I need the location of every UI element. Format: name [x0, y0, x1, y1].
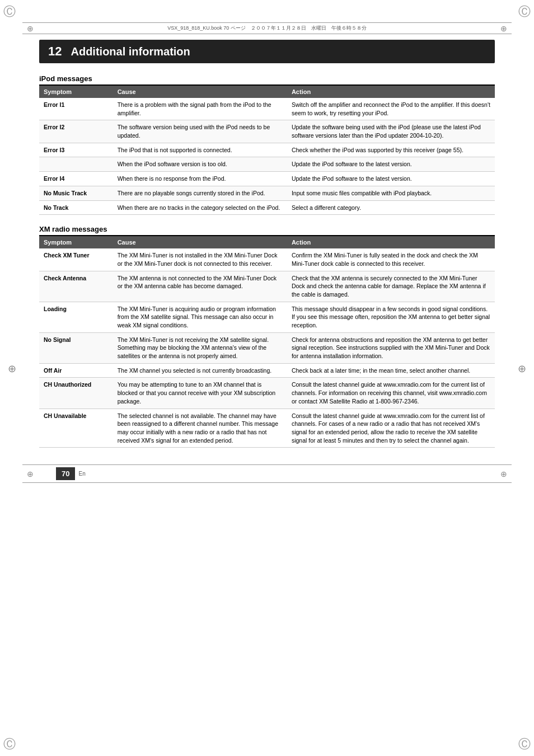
cause-cell: The XM Mini-Tuner is not receiving the X… [113, 332, 287, 363]
ipod-messages-table: Symptom Cause Action Error I1 There is a… [39, 86, 495, 215]
symptom-cell: No Music Track [39, 186, 113, 200]
action-cell: Select a different category. [287, 200, 495, 215]
action-cell: Check that the XM antenna is securely co… [287, 271, 495, 302]
table-row: Check XM Tuner The XM Mini-Tuner is not … [39, 248, 495, 271]
cause-cell: The XM antenna is not connected to the X… [113, 271, 287, 302]
table-row: Error I2 The software version being used… [39, 120, 495, 143]
ipod-col-symptom: Symptom [39, 86, 113, 98]
table-row: Off Air The XM channel you selected is n… [39, 363, 495, 378]
symptom-cell: Error I1 [39, 98, 113, 120]
ipod-col-cause: Cause [113, 86, 287, 98]
file-info-bar: VSX_918_818_KU.book 70 ページ ２００７年１１月２８日 水… [22, 22, 512, 34]
table-row: CH Unauthorized You may be attempting to… [39, 378, 495, 408]
symptom-cell: Check Antenna [39, 271, 113, 302]
symptom-cell: No Track [39, 200, 113, 215]
table-row: Loading The XM Mini-Tuner is acquiring a… [39, 302, 495, 332]
xm-col-cause: Cause [113, 236, 287, 248]
action-cell: Consult the latest channel guide at www.… [287, 408, 495, 448]
symptom-cell: Loading [39, 302, 113, 332]
corner-decoration-tl: Ⓒ [3, 3, 16, 20]
table-row: Error I1 There is a problem with the sig… [39, 98, 495, 120]
table-row: No Signal The XM Mini-Tuner is not recei… [39, 332, 495, 363]
bottom-bar: 70 En [22, 464, 512, 483]
action-cell: Switch off the amplifier and reconnect t… [287, 98, 495, 120]
page-lang: En [78, 471, 85, 477]
symptom-cell: Check XM Tuner [39, 248, 113, 271]
action-cell: This message should disappear in a few s… [287, 302, 495, 332]
cause-cell: The selected channel is not available. T… [113, 408, 287, 448]
action-cell: Input some music files compatible with i… [287, 186, 495, 200]
action-cell: Consult the latest channel guide at www.… [287, 378, 495, 408]
cause-cell: When there is no response from the iPod. [113, 172, 287, 186]
cause-cell: The XM Mini-Tuner is acquiring audio or … [113, 302, 287, 332]
chapter-title: Additional information [71, 45, 190, 58]
table-row: Error I4 When there is no response from … [39, 172, 495, 186]
xm-messages-table: Symptom Cause Action Check XM Tuner The … [39, 236, 495, 448]
action-cell: Check whether the iPod was supported by … [287, 143, 495, 157]
ipod-section-header: iPod messages [39, 74, 495, 86]
symptom-cell: Error I2 [39, 120, 113, 143]
corner-decoration-bl: Ⓒ [3, 736, 16, 753]
table-row: No Track When there are no tracks in the… [39, 200, 495, 215]
symptom-cell: No Signal [39, 332, 113, 363]
corner-decoration-br: Ⓒ [518, 736, 531, 753]
xm-col-action: Action [287, 236, 495, 248]
xm-section-header: XM radio messages [39, 225, 495, 236]
action-cell: Check for antenna obstructions and repos… [287, 332, 495, 363]
action-cell: Check back at a later time; in the mean … [287, 363, 495, 378]
left-registration-mark: ⊕ [8, 363, 16, 375]
cause-cell: The XM Mini-Tuner is not installed in th… [113, 248, 287, 271]
cause-cell: The XM channel you selected is not curre… [113, 363, 287, 378]
xm-col-symptom: Symptom [39, 236, 113, 248]
action-cell: Confirm the XM Mini-Tuner is fully seate… [287, 248, 495, 271]
symptom-cell: Error I3 [39, 143, 113, 157]
table-row: Check Antenna The XM antenna is not conn… [39, 271, 495, 302]
chapter-number: 12 [48, 44, 62, 59]
table-row: When the iPod software version is too ol… [39, 157, 495, 172]
symptom-cell: CH Unauthorized [39, 378, 113, 408]
cause-cell: When there are no tracks in the category… [113, 200, 287, 215]
table-row: CH Unavailable The selected channel is n… [39, 408, 495, 448]
main-content: 12 Additional information iPod messages … [28, 34, 506, 453]
action-cell: Update the iPod software to the latest v… [287, 172, 495, 186]
table-row: Error I3 The iPod that is not supported … [39, 143, 495, 157]
page-number: 70 [56, 467, 75, 480]
symptom-cell: CH Unavailable [39, 408, 113, 448]
table-row: No Music Track There are no playable son… [39, 186, 495, 200]
cause-cell: When the iPod software version is too ol… [113, 157, 287, 172]
cause-cell: The iPod that is not supported is connec… [113, 143, 287, 157]
symptom-cell: Off Air [39, 363, 113, 378]
ipod-col-action: Action [287, 86, 495, 98]
symptom-cell [39, 157, 113, 172]
cause-cell: There is a problem with the signal path … [113, 98, 287, 120]
action-cell: Update the software being used with the … [287, 120, 495, 143]
chapter-header: 12 Additional information [39, 40, 495, 63]
symptom-cell: Error I4 [39, 172, 113, 186]
corner-decoration-tr: Ⓒ [518, 3, 531, 20]
cause-cell: You may be attempting to tune to an XM c… [113, 378, 287, 408]
cause-cell: The software version being used with the… [113, 120, 287, 143]
file-info-text: VSX_918_818_KU.book 70 ページ ２００７年１１月２８日 水… [167, 25, 367, 31]
action-cell: Update the iPod software to the latest v… [287, 157, 495, 172]
cause-cell: There are no playable songs currently st… [113, 186, 287, 200]
right-registration-mark: ⊕ [518, 363, 526, 375]
